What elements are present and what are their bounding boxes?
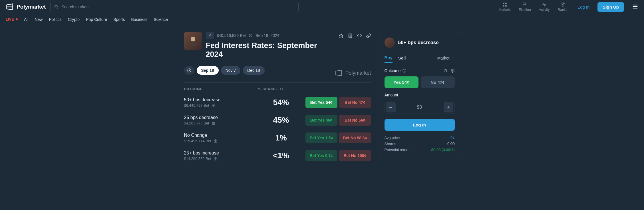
svg-point-13 bbox=[452, 70, 453, 71]
trophy-icon bbox=[208, 33, 212, 38]
nav-activity[interactable]: Activity bbox=[539, 2, 550, 12]
nav-ranks[interactable]: Ranks bbox=[558, 2, 567, 12]
svg-rect-4 bbox=[505, 5, 506, 7]
outcome-row: 25+ bps increase $14,290,552 Bet <1% Bet… bbox=[184, 147, 371, 165]
nav-ranks-label: Ranks bbox=[558, 8, 567, 12]
cat-new[interactable]: New bbox=[35, 17, 43, 22]
outcome-name: No Change bbox=[184, 133, 258, 138]
header-chance-label: % CHANCE bbox=[258, 87, 278, 91]
summary-avg-label: Avg price bbox=[385, 136, 400, 140]
side-column: 50+ bps decrease Buy Sell Market Outcome bbox=[379, 32, 460, 165]
link-button[interactable] bbox=[366, 33, 371, 38]
bet-no-button[interactable]: Bet No 98.6¢ bbox=[339, 132, 371, 143]
outcome-name: 25 bps decrease bbox=[184, 115, 258, 120]
signup-button[interactable]: Sign Up bbox=[597, 2, 624, 12]
tab-dec18[interactable]: Dec 18 bbox=[243, 66, 264, 75]
svg-rect-1 bbox=[503, 3, 504, 4]
embed-button[interactable] bbox=[357, 33, 362, 38]
nav-markets[interactable]: Markets bbox=[498, 2, 511, 12]
doc-button[interactable] bbox=[348, 33, 353, 38]
gift-icon[interactable] bbox=[212, 104, 216, 108]
refresh-icon[interactable] bbox=[280, 87, 283, 91]
outcome-row: No Change $15,496,714 Bet 1% Bet Yes 1.5… bbox=[184, 129, 371, 147]
cat-politics[interactable]: Politics bbox=[49, 17, 61, 22]
login-link[interactable]: Log In bbox=[578, 5, 590, 9]
order-type-label: Market bbox=[437, 56, 450, 60]
amount-increase[interactable]: + bbox=[444, 102, 453, 112]
cat-sports[interactable]: Sports bbox=[113, 17, 125, 22]
search-icon bbox=[54, 5, 59, 9]
market-title: Fed Interest Rates: September 2024 bbox=[206, 41, 335, 59]
search-container[interactable] bbox=[50, 2, 299, 12]
code-icon bbox=[357, 33, 362, 38]
bet-yes-button[interactable]: Bet Yes 46¢ bbox=[305, 115, 337, 126]
bet-yes-button[interactable]: Bet Yes 1.5¢ bbox=[305, 132, 337, 143]
outcome-chance: 45% bbox=[258, 116, 304, 125]
star-button[interactable] bbox=[339, 33, 344, 38]
date-tabs: Sep 18 Nov 7 Dec 18 bbox=[184, 66, 335, 75]
tab-sep18[interactable]: Sep 18 bbox=[197, 66, 219, 75]
bet-no-button[interactable]: Bet No 100¢ bbox=[339, 150, 371, 161]
yes-no-row: Yes 54¢ No 47¢ bbox=[385, 76, 455, 88]
live-indicator[interactable]: LIVE bbox=[6, 17, 18, 21]
amount-label: Amount bbox=[385, 93, 398, 97]
bet-no-button[interactable]: Bet No 47¢ bbox=[339, 97, 371, 108]
trophy-badge[interactable] bbox=[206, 32, 214, 39]
buy-sell-tabs: Buy Sell Market bbox=[385, 53, 455, 63]
person-icon bbox=[187, 35, 199, 47]
bet-yes-button[interactable]: Bet Yes 54¢ bbox=[305, 97, 337, 108]
cat-business[interactable]: Business bbox=[131, 17, 147, 22]
cat-popculture[interactable]: Pop Culture bbox=[86, 17, 107, 22]
tab-nov7[interactable]: Nov 7 bbox=[221, 66, 241, 75]
cat-crypto[interactable]: Crypto bbox=[68, 17, 80, 22]
tab-sell[interactable]: Sell bbox=[398, 53, 406, 63]
refresh-icon[interactable] bbox=[443, 69, 448, 73]
gift-icon[interactable] bbox=[214, 157, 218, 161]
info-icon[interactable] bbox=[402, 69, 406, 73]
logo[interactable]: Polymarket bbox=[6, 3, 46, 11]
trophy-icon bbox=[560, 2, 565, 7]
header-chance: % CHANCE bbox=[258, 87, 304, 91]
outcome-sub: $6,445,797 Bet bbox=[184, 103, 258, 108]
bet-no-button[interactable]: Bet No 56¢ bbox=[339, 115, 371, 126]
outcome-chance: <1% bbox=[258, 151, 304, 160]
outcome-name: 50+ bps decrease bbox=[184, 97, 258, 102]
no-button[interactable]: No 47¢ bbox=[421, 76, 455, 88]
cat-science[interactable]: Science bbox=[154, 17, 168, 22]
order-type-dropdown[interactable]: Market bbox=[437, 56, 455, 60]
svg-point-5 bbox=[190, 37, 195, 41]
link-icon bbox=[366, 33, 371, 38]
amount-decrease[interactable]: − bbox=[386, 102, 396, 112]
summary-shares-value: 0.00 bbox=[447, 142, 454, 146]
panel-login-button[interactable]: Log In bbox=[385, 119, 455, 131]
svg-rect-3 bbox=[503, 5, 504, 7]
polymarket-logo-icon bbox=[6, 3, 14, 11]
panel-header: 50+ bps decrease bbox=[385, 37, 455, 48]
outcome-sub: $15,496,714 Bet bbox=[184, 139, 258, 143]
gift-icon[interactable] bbox=[212, 121, 216, 125]
brand-watermark-label: Polymarket bbox=[345, 70, 371, 76]
panel-title: 50+ bps decrease bbox=[398, 40, 439, 45]
document-icon bbox=[348, 33, 353, 38]
yes-button[interactable]: Yes 54¢ bbox=[385, 76, 418, 88]
gift-icon[interactable] bbox=[214, 139, 218, 143]
amount-value[interactable]: $0 bbox=[397, 105, 442, 110]
outcome-chance: 1% bbox=[258, 133, 304, 142]
history-tab[interactable] bbox=[184, 66, 194, 75]
order-summary: Avg price 0¢ Shares 0.00 Potential retur… bbox=[385, 135, 455, 153]
menu-button[interactable] bbox=[632, 3, 638, 11]
panel-image bbox=[385, 37, 395, 48]
nav-election[interactable]: Election bbox=[519, 2, 531, 12]
summary-return-label: Potential return bbox=[385, 148, 410, 152]
cat-all[interactable]: All bbox=[24, 17, 29, 22]
outcome-name: 25+ bps increase bbox=[184, 150, 258, 156]
history-icon bbox=[187, 68, 192, 73]
topbar: Polymarket Markets Election Activity Ran… bbox=[0, 0, 644, 14]
nav-election-label: Election bbox=[519, 8, 531, 12]
bet-yes-button[interactable]: Bet Yes 0.1¢ bbox=[305, 150, 337, 161]
svg-point-0 bbox=[55, 5, 57, 8]
search-input[interactable] bbox=[61, 5, 295, 9]
tab-buy[interactable]: Buy bbox=[385, 53, 393, 63]
gear-icon[interactable] bbox=[450, 69, 455, 73]
nav-markets-label: Markets bbox=[498, 8, 511, 12]
